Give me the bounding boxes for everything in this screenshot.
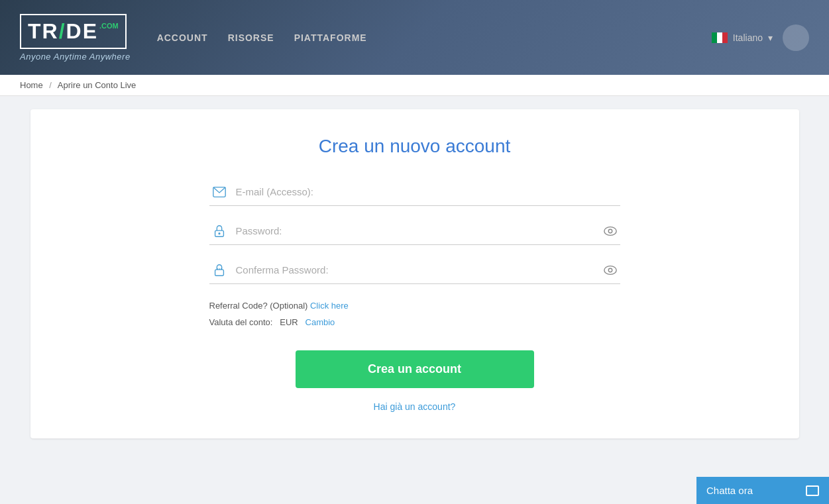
chevron-down-icon: ▾ [768, 32, 773, 43]
referral-link[interactable]: Click here [310, 301, 349, 311]
form-card: Crea un nuovo account [30, 109, 799, 438]
currency-label: Valuta del conto: [209, 317, 273, 327]
nav-piattaforme[interactable]: PIATTAFORME [294, 32, 367, 43]
currency-change-link[interactable]: Cambio [305, 317, 335, 327]
email-input[interactable] [236, 183, 620, 200]
main-content: Crea un nuovo account [0, 96, 829, 501]
confirm-lock-icon [209, 263, 229, 277]
lock-icon [209, 224, 229, 238]
nav-risorse[interactable]: RISORSE [228, 32, 274, 43]
eye-icon[interactable] [600, 223, 620, 239]
confirm-password-input[interactable] [236, 262, 600, 278]
currency-value: EUR [280, 317, 298, 327]
logo-box: TR/DE .COM [20, 14, 127, 49]
logo-text: TR/DE [28, 19, 98, 44]
email-icon [209, 185, 229, 199]
logo-area: TR/DE .COM Anyone Anytime Anywhere [20, 14, 131, 62]
breadcrumb-separator: / [49, 80, 52, 90]
confirm-eye-icon[interactable] [600, 262, 620, 278]
breadcrumb-current: Aprire un Conto Live [58, 80, 137, 90]
svg-point-10 [608, 268, 612, 272]
referral-text: Referral Code? (Optional) [209, 301, 308, 311]
email-field-group [209, 183, 620, 206]
avatar [783, 25, 809, 51]
nav-account[interactable]: ACCOUNT [157, 32, 208, 43]
flag-icon [712, 32, 728, 43]
svg-rect-5 [215, 270, 223, 276]
confirm-password-field-group [209, 262, 620, 284]
login-link[interactable]: Hai già un account? [374, 401, 456, 412]
form-title-highlight: nuovo [390, 136, 440, 156]
breadcrumb-home[interactable]: Home [20, 80, 43, 90]
svg-point-3 [604, 227, 616, 235]
chat-label: Chatta ora [706, 485, 753, 496]
header: TR/DE .COM Anyone Anytime Anywhere ACCOU… [0, 0, 829, 75]
logo-tagline: Anyone Anytime Anywhere [20, 52, 131, 62]
password-field-group [209, 223, 620, 245]
language-selector[interactable]: Italiano ▾ [712, 32, 773, 43]
logo-com: .COM [99, 22, 119, 30]
chat-widget[interactable]: Chatta ora [696, 477, 829, 504]
chat-icon [806, 485, 819, 496]
language-label: Italiano [733, 32, 763, 43]
svg-point-9 [604, 266, 616, 274]
svg-point-2 [219, 232, 220, 234]
password-input[interactable] [236, 223, 600, 239]
login-link-section: Hai già un account? [57, 401, 773, 412]
main-nav: ACCOUNT RISORSE PIATTAFORME [157, 32, 712, 43]
form-title: Crea un nuovo account [57, 136, 773, 157]
form-title-part2: account [440, 136, 510, 156]
create-account-button[interactable]: Crea un account [296, 350, 534, 388]
svg-point-4 [608, 229, 612, 233]
form-title-part1: Crea un [319, 136, 390, 156]
currency-section: Valuta del conto: EUR Cambio [209, 317, 620, 327]
referral-section: Referral Code? (Optional) Click here [209, 301, 620, 311]
breadcrumb: Home / Aprire un Conto Live [0, 75, 829, 96]
